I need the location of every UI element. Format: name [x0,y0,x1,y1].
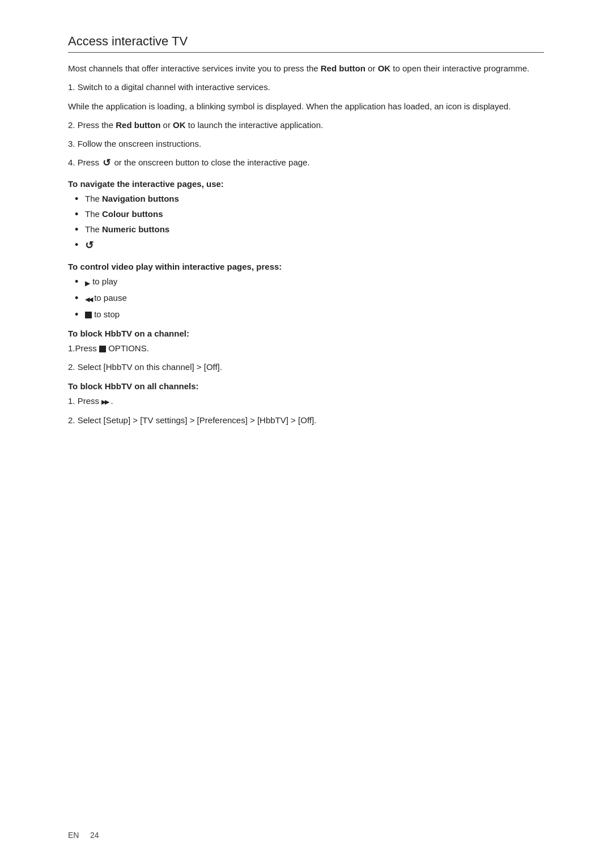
play-label: to play [92,276,117,286]
nav-list: The Navigation buttons The Colour button… [68,192,544,254]
red-button-label-1: Red button [321,63,366,73]
stop-icon [85,312,92,318]
block-channel-p2: 2. Select [HbbTV on this channel] > [Off… [68,360,544,373]
numeric-buttons-label: Numeric buttons [102,224,169,234]
rewind-label: to pause [94,293,127,303]
video-heading: To control video play within interactive… [68,262,544,271]
block-all-p1: 1. Press . [68,394,544,407]
options-icon [99,346,106,352]
nav-heading: To navigate the interactive pages, use: [68,179,544,189]
intro-p4: 2. Press the Red button or OK to launch … [68,118,544,131]
footer-lang: EN [68,831,79,840]
block-all-heading: To block HbbTV on all channels: [68,381,544,391]
list-item: The Numeric buttons [68,223,544,236]
list-item-rewind: to pause [68,291,544,305]
block-channel-p1: 1.Press OPTIONS. [68,342,544,355]
red-button-label-2: Red button [116,120,160,130]
intro-p1: Most channels that offer interactive ser… [68,62,544,75]
ok-label-2: OK [173,120,186,130]
forward-fast-icon [101,397,108,407]
intro-p3: While the application is loading, a blin… [68,100,544,113]
block-all-p2: 2. Select [Setup] > [TV settings] > [Pre… [68,414,544,427]
intro-p6: 4. Press ↺ or the onscreen button to clo… [68,156,544,171]
list-item: The Colour buttons [68,207,544,220]
block-channel-heading: To block HbbTV on a channel: [68,329,544,338]
rewind-icon [85,293,92,303]
colour-buttons-label: Colour buttons [102,209,163,219]
back-arrow-icon-inline: ↺ [103,158,110,168]
ok-label-1: OK [378,63,391,73]
list-item: The Navigation buttons [68,192,544,205]
intro-p5: 3. Follow the onscreen instructions. [68,137,544,150]
intro-p1-text: Most channels that offer interactive ser… [68,63,321,73]
navigation-buttons-label: Navigation buttons [102,194,179,203]
section-title: Access interactive TV [68,34,544,53]
page-footer: EN 24 [68,831,99,840]
footer-page-number: 24 [90,831,99,840]
video-list: to play to pause to stop [68,275,544,321]
page-content: Access interactive TV Most channels that… [0,0,612,478]
play-icon [85,278,90,287]
list-item-back-arrow: ↺ [68,238,544,254]
list-item-play: to play [68,275,544,289]
stop-label: to stop [94,309,120,319]
back-arrow-icon: ↺ [85,240,94,251]
intro-p2: 1. Switch to a digital channel with inte… [68,80,544,93]
list-item-stop: to stop [68,308,544,321]
